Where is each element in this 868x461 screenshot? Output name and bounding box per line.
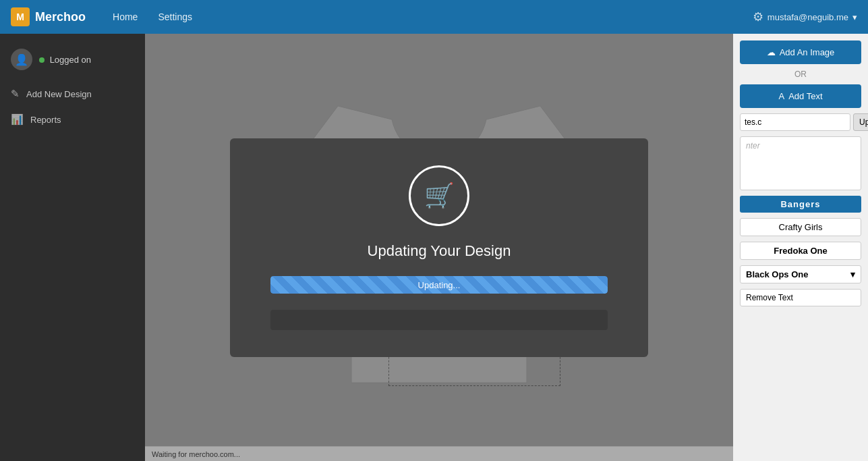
add-design-label: Add New Design	[26, 89, 92, 99]
modal-title: Updating Your Design	[368, 242, 511, 260]
sidebar: 👤 Logged on ✎ Add New Design 📊 Reports	[0, 34, 145, 461]
sidebar-user: 👤 Logged on	[0, 42, 145, 81]
font-black-ops-row[interactable]: Black Ops One ▾	[740, 265, 861, 283]
nav-settings[interactable]: Settings	[158, 9, 192, 25]
add-design-icon: ✎	[11, 88, 20, 100]
reports-icon: 📊	[11, 113, 24, 126]
right-panel: ☁ Add An Image OR A Add Text Update nter…	[733, 34, 868, 461]
font-list-inner: nter	[741, 137, 861, 155]
nav-logo: M Merchoo	[11, 7, 86, 26]
font-black-ops-label: Black Ops One	[746, 269, 808, 279]
modal-icon-circle: 🛒	[409, 165, 469, 226]
or-divider: OR	[740, 70, 861, 79]
text-input-row: Update	[740, 113, 861, 131]
main-layout: 👤 Logged on ✎ Add New Design 📊 Reports	[0, 34, 868, 461]
top-nav: M Merchoo Home Settings ⚙ mustafa@neguib…	[0, 0, 868, 34]
nav-home[interactable]: Home	[113, 9, 138, 25]
font-crafty-girls[interactable]: Crafty Girls	[740, 218, 861, 236]
cart-icon: 🛒	[424, 182, 455, 210]
remove-text-button[interactable]: Remove Text	[740, 289, 861, 306]
sidebar-item-add-design[interactable]: ✎ Add New Design	[0, 81, 145, 107]
font-fredoka-one[interactable]: Fredoka One	[740, 242, 861, 260]
reports-label: Reports	[30, 115, 61, 125]
upload-icon: ☁	[767, 47, 776, 57]
canvas-area: Waiting for merchoo.com... 🛒 Updating Yo…	[145, 34, 733, 461]
update-button[interactable]: Update	[853, 113, 868, 131]
font-list-area[interactable]: nter	[740, 136, 861, 190]
gear-icon: ⚙	[753, 9, 763, 24]
font-dropdown-icon: ▾	[850, 269, 855, 279]
text-icon: A	[778, 91, 784, 101]
font-bangers[interactable]: Bangers	[740, 196, 861, 213]
nav-user[interactable]: ⚙ mustafa@neguib.me ▾	[753, 9, 857, 24]
modal-overlay: 🛒 Updating Your Design Updating...	[145, 34, 733, 461]
progress-container: Updating...	[270, 276, 608, 294]
user-status: Logged on	[39, 55, 91, 65]
progress-label: Updating...	[418, 279, 461, 290]
logo-icon: M	[11, 7, 30, 26]
nav-links: Home Settings	[113, 9, 753, 25]
updating-modal: 🛒 Updating Your Design Updating...	[230, 138, 648, 357]
avatar: 👤	[11, 49, 32, 70]
text-input[interactable]	[740, 113, 850, 131]
font-search-placeholder: nter	[741, 138, 861, 153]
user-dropdown-icon: ▾	[852, 12, 857, 22]
add-image-button[interactable]: ☁ Add An Image	[740, 40, 861, 64]
sidebar-item-reports[interactable]: 📊 Reports	[0, 107, 145, 132]
add-text-button[interactable]: A Add Text	[740, 84, 861, 108]
user-email: mustafa@neguib.me	[768, 12, 848, 22]
app-name: Merchoo	[35, 10, 86, 24]
progress-bar-outer: Updating...	[270, 276, 608, 294]
modal-footer	[270, 310, 608, 330]
status-dot	[39, 57, 45, 63]
